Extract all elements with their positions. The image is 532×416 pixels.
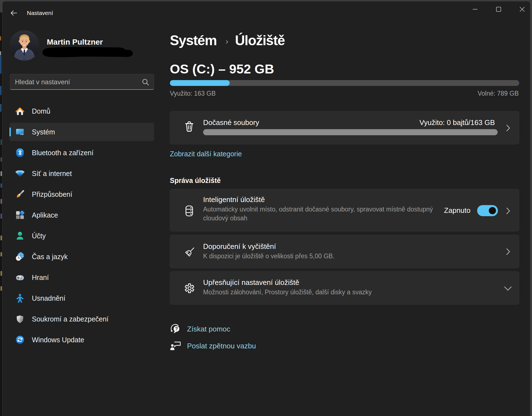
- sidebar-item-apps[interactable]: Aplikace: [9, 206, 154, 224]
- temp-files-title: Dočasné soubory: [203, 118, 259, 127]
- show-more-categories-link[interactable]: Zobrazit další kategorie: [170, 150, 242, 158]
- close-button[interactable]: [514, 4, 530, 14]
- sidebar-item-label: Soukromí a zabezpečení: [32, 315, 109, 323]
- apps-icon: [15, 210, 25, 220]
- sidebar-item-label: Hraní: [32, 274, 49, 282]
- get-help-link[interactable]: ? Získat pomoc: [170, 323, 230, 335]
- sidebar-item-label: Přizpůsobení: [32, 190, 72, 198]
- temp-files-card[interactable]: Dočasné soubory Využito: 0 bajtů/163 GB: [170, 111, 519, 144]
- back-arrow-icon: [10, 10, 17, 16]
- sidebar-item-windows-update[interactable]: Windows Update: [9, 331, 154, 349]
- redacted-email: [42, 46, 136, 60]
- maximize-icon: [496, 7, 501, 12]
- minimize-icon: [472, 7, 478, 12]
- close-icon: [520, 7, 525, 12]
- send-feedback-link[interactable]: Poslat zpětnou vazbu: [170, 340, 256, 352]
- sidebar-item-system[interactable]: Systém: [9, 123, 154, 141]
- storage-sense-description: Automaticky uvolnit místo, odstranit doč…: [203, 205, 452, 223]
- drive-title: OS (C:) – 952 GB: [170, 61, 274, 76]
- cleanup-title: Doporučení k vyčištění: [203, 242, 276, 251]
- sidebar-item-privacy[interactable]: Soukromí a zabezpečení: [9, 310, 154, 328]
- system-icon: [15, 127, 25, 137]
- sidebar-item-label: Síť a internet: [32, 170, 72, 178]
- network-icon: [15, 169, 25, 178]
- trash-icon: [184, 121, 195, 133]
- minimize-button[interactable]: [467, 4, 483, 14]
- profile-photo: [9, 30, 40, 61]
- sidebar-item-gaming[interactable]: Hraní: [9, 268, 154, 287]
- drive-free-label: Volné: 789 GB: [478, 90, 519, 97]
- sidebar-item-home[interactable]: Domů: [9, 102, 154, 120]
- advanced-storage-title: Upřesňující nastavení úložiště: [203, 278, 299, 287]
- storage-sense-toggle[interactable]: [477, 205, 498, 216]
- breadcrumb: Systém › Úložiště: [170, 31, 285, 50]
- personalization-icon: [15, 190, 25, 199]
- avatar[interactable]: [9, 30, 40, 61]
- sidebar-item-personalization[interactable]: Přizpůsobení: [9, 185, 154, 203]
- settings-window: Nastavení: [2, 1, 530, 416]
- search-icon[interactable]: [142, 78, 149, 86]
- breadcrumb-current: Úložiště: [235, 32, 285, 49]
- advanced-storage-description: Možnosti zálohování, Prostory úložiště, …: [203, 288, 372, 297]
- app-title: Nastavení: [27, 10, 53, 16]
- chevron-right-icon: [506, 248, 510, 255]
- search-placeholder: Hledat v nastavení: [15, 78, 70, 86]
- svg-text:?: ?: [175, 326, 178, 331]
- sidebar-item-accessibility[interactable]: Usnadnění: [9, 289, 154, 307]
- toggle-knob: [489, 207, 496, 214]
- temp-files-bar: [203, 129, 498, 135]
- cleanup-description: K dispozici je úložiště o velikosti přes…: [203, 252, 334, 261]
- toggle-state-label: Zapnuto: [444, 206, 470, 215]
- privacy-icon: [15, 314, 25, 324]
- sidebar-item-label: Usnadnění: [32, 294, 65, 302]
- search-input[interactable]: Hledat v nastavení: [10, 74, 154, 90]
- chevron-right-icon: [506, 124, 510, 132]
- gear-icon: [184, 283, 195, 294]
- temp-files-usage: Využito: 0 bajtů/163 GB: [420, 118, 495, 127]
- sidebar-item-network[interactable]: Síť a internet: [9, 164, 154, 183]
- chevron-down-icon: [504, 286, 512, 291]
- send-feedback-label: Poslat zpětnou vazbu: [187, 342, 256, 350]
- feedback-icon: [170, 340, 181, 352]
- windows-update-icon: [15, 335, 25, 344]
- drive-usage-bar-fill: [170, 80, 230, 86]
- storage-management-heading: Správa úložiště: [170, 177, 221, 185]
- sidebar-item-label: Účty: [32, 232, 46, 240]
- bluetooth-icon: [15, 148, 25, 157]
- sidebar-item-time-language[interactable]: Čas a jazyk: [9, 247, 154, 266]
- sidebar-item-label: Aplikace: [32, 211, 58, 219]
- breadcrumb-parent[interactable]: Systém: [170, 32, 217, 49]
- user-name: Martin Pultzner: [47, 38, 103, 47]
- sidebar-item-label: Windows Update: [32, 336, 84, 344]
- sidebar-item-label: Domů: [32, 107, 50, 115]
- breadcrumb-separator-icon: ›: [226, 35, 228, 46]
- sidebar-nav: Domů Systém Bluetooth a zařízení: [9, 102, 154, 351]
- gaming-icon: [15, 273, 25, 282]
- sidebar-item-label: Čas a jazyk: [32, 253, 68, 261]
- drive-used-label: Využito: 163 GB: [170, 90, 216, 97]
- sidebar-item-accounts[interactable]: Účty: [9, 227, 154, 245]
- accounts-icon: [15, 231, 25, 241]
- broom-icon: [182, 246, 196, 259]
- storage-sense-card[interactable]: Inteligentní úložiště Automaticky uvolni…: [170, 189, 519, 231]
- get-help-label: Získat pomoc: [187, 325, 230, 333]
- storage-sense-icon: [184, 205, 195, 217]
- drive-usage-bar: [170, 80, 519, 86]
- sidebar-item-label: Systém: [32, 128, 55, 136]
- storage-sense-title: Inteligentní úložiště: [203, 195, 265, 204]
- back-button[interactable]: [9, 8, 19, 18]
- get-help-icon: ?: [170, 323, 181, 335]
- chevron-right-icon: [506, 207, 510, 215]
- sidebar-item-bluetooth[interactable]: Bluetooth a zařízení: [9, 144, 154, 162]
- home-icon: [15, 106, 25, 116]
- cleanup-recommendations-card[interactable]: Doporučení k vyčištění K dispozici je úl…: [170, 235, 519, 268]
- time-language-icon: [15, 252, 25, 261]
- advanced-storage-card[interactable]: Upřesňující nastavení úložiště Možnosti …: [170, 271, 519, 305]
- maximize-button[interactable]: [490, 4, 507, 14]
- sidebar-item-label: Bluetooth a zařízení: [32, 149, 93, 157]
- accessibility-icon: [15, 294, 25, 303]
